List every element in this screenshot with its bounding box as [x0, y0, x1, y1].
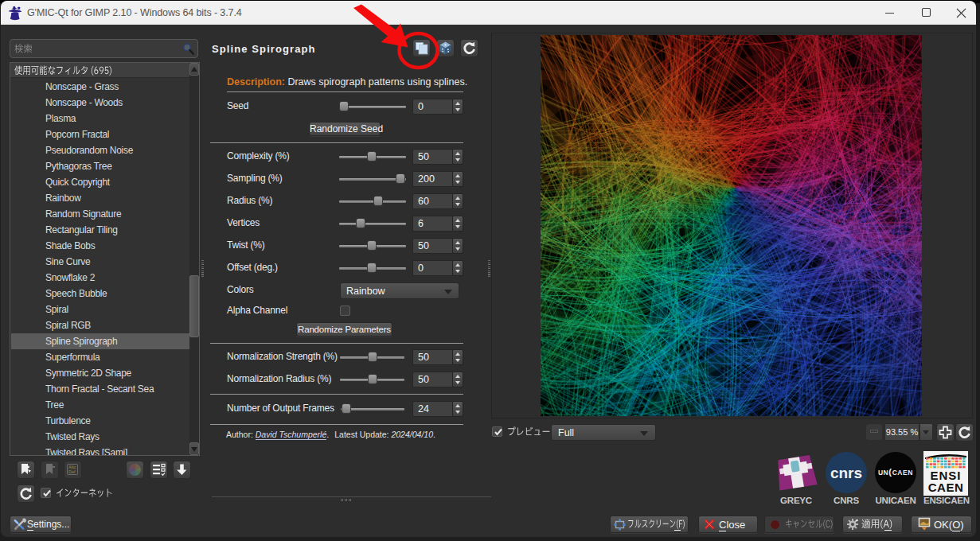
- svg-text:Def: Def: [68, 469, 76, 474]
- svg-text:UN(CAEN: UN(CAEN: [878, 467, 913, 477]
- svg-text:cnrs: cnrs: [830, 465, 862, 481]
- svg-text:CAEN: CAEN: [928, 481, 964, 494]
